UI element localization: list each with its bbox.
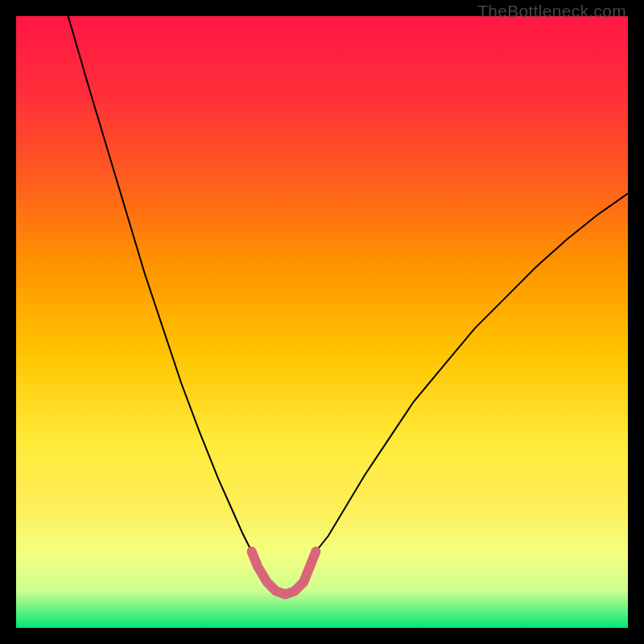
series-left-curve: [68, 16, 252, 551]
chart-container: [16, 16, 628, 628]
series-bottom-highlight: [252, 551, 316, 594]
series-right-curve: [316, 193, 628, 551]
watermark-text: TheBottleneck.com: [477, 2, 626, 21]
curve-layer: [16, 16, 628, 628]
